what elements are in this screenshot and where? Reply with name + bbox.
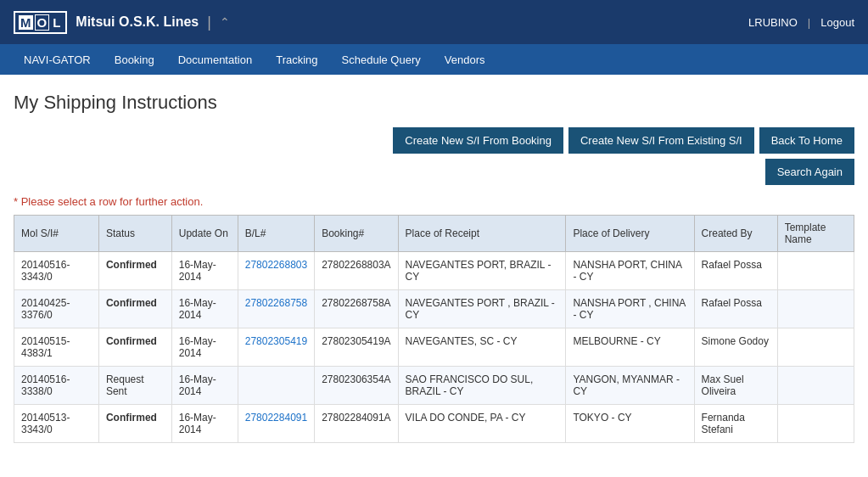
header-divider: |	[207, 14, 211, 31]
col-created-by: Created By	[694, 216, 777, 252]
nav-vendors[interactable]: Vendors	[434, 47, 496, 73]
bl-link[interactable]: 27802305419	[245, 335, 307, 347]
cell-created-by: Fernanda Stefani	[694, 405, 777, 443]
cell-created-by: Simone Godoy	[694, 328, 777, 367]
cell-place-delivery: TOKYO - CY	[566, 405, 694, 443]
cell-template-name	[777, 290, 854, 328]
col-mol-si: Mol S/I#	[14, 216, 99, 252]
nav-documentation[interactable]: Documentation	[168, 47, 262, 73]
col-update-on: Update On	[171, 216, 238, 252]
cell-template-name	[777, 405, 854, 443]
cell-update-on: 16-May-2014	[171, 328, 238, 367]
cell-created-by: Rafael Possa	[694, 290, 777, 328]
cell-mol-si: 20140513-3343/0	[14, 405, 99, 443]
table-body: 20140516-3343/0 Confirmed 16-May-2014 27…	[14, 252, 854, 443]
cell-created-by: Max Suel Oliveira	[694, 367, 777, 405]
cell-place-receipt: VILA DO CONDE, PA - CY	[398, 405, 566, 443]
back-to-home-button[interactable]: Back To Home	[759, 127, 854, 154]
username-link[interactable]: LRUBINO	[748, 16, 798, 29]
logo-o: O	[35, 14, 50, 31]
cell-place-delivery: NANSHA PORT , CHINA - CY	[566, 290, 694, 328]
col-place-delivery: Place of Delivery	[566, 216, 694, 252]
search-again-button[interactable]: Search Again	[765, 159, 854, 185]
table-header: Mol S/I# Status Update On B/L# Booking# …	[14, 216, 854, 252]
notice-text: * Please select a row for further action…	[14, 195, 854, 208]
cell-mol-si: 20140515-4383/1	[14, 328, 99, 367]
cell-mol-si: 20140516-3343/0	[14, 252, 99, 290]
cell-bl[interactable]: 27802305419	[238, 328, 314, 367]
cell-template-name	[777, 328, 854, 367]
create-from-booking-button[interactable]: Create New S/I From Booking	[393, 127, 563, 154]
cell-place-delivery: NANSHA PORT, CHINA - CY	[566, 252, 694, 290]
cell-bl[interactable]: 27802284091	[238, 405, 314, 443]
cell-place-delivery: MELBOURNE - CY	[566, 328, 694, 367]
cell-place-receipt: NAVEGANTES, SC - CY	[398, 328, 566, 367]
header-right: LRUBINO | Logout	[748, 16, 854, 29]
cell-status: Request Sent	[98, 367, 171, 405]
buttons-row-bottom: Search Again	[14, 159, 854, 185]
header: M O L Mitsui O.S.K. Lines | ⌃ LRUBINO | …	[0, 0, 868, 44]
cell-booking: 27802305419A	[315, 328, 398, 367]
cell-place-receipt: NAVEGANTES PORT , BRAZIL - CY	[398, 290, 566, 328]
header-right-divider: |	[808, 16, 810, 29]
mol-logo: M O L	[14, 11, 67, 34]
page-title: My Shipping Instructions	[14, 92, 854, 114]
cell-update-on: 16-May-2014	[171, 290, 238, 328]
table-row[interactable]: 20140516-3338/0 Request Sent 16-May-2014…	[14, 367, 854, 405]
col-place-receipt: Place of Receipt	[398, 216, 566, 252]
table-row[interactable]: 20140513-3343/0 Confirmed 16-May-2014 27…	[14, 405, 854, 443]
logo-m: M	[19, 15, 33, 30]
cell-mol-si: 20140425-3376/0	[14, 290, 99, 328]
header-left: M O L Mitsui O.S.K. Lines | ⌃	[14, 11, 230, 34]
bl-link[interactable]: 27802268758	[245, 297, 307, 309]
cell-status: Confirmed	[98, 405, 171, 443]
shipping-instructions-table: Mol S/I# Status Update On B/L# Booking# …	[14, 215, 854, 443]
cell-bl[interactable]: 27802268803	[238, 252, 314, 290]
cell-status: Confirmed	[98, 328, 171, 367]
col-template-name: Template Name	[777, 216, 854, 252]
header-arrow-icon: ⌃	[220, 15, 230, 29]
cell-bl	[238, 367, 314, 405]
cell-template-name	[777, 252, 854, 290]
cell-template-name	[777, 367, 854, 405]
cell-update-on: 16-May-2014	[171, 252, 238, 290]
table-row[interactable]: 20140425-3376/0 Confirmed 16-May-2014 27…	[14, 290, 854, 328]
cell-bl[interactable]: 27802268758	[238, 290, 314, 328]
nav-navi-gator[interactable]: NAVI-GATOR	[14, 47, 101, 73]
cell-booking: 27802306354A	[315, 367, 398, 405]
main-content: My Shipping Instructions Create New S/I …	[0, 75, 868, 460]
cell-status: Confirmed	[98, 290, 171, 328]
cell-update-on: 16-May-2014	[171, 367, 238, 405]
logout-link[interactable]: Logout	[820, 16, 854, 29]
create-from-existing-button[interactable]: Create New S/I From Existing S/I	[568, 127, 754, 154]
col-status: Status	[98, 216, 171, 252]
nav-booking[interactable]: Booking	[104, 47, 165, 73]
cell-created-by: Rafael Possa	[694, 252, 777, 290]
buttons-row-top: Create New S/I From Booking Create New S…	[14, 127, 854, 154]
company-name: Mitsui O.S.K. Lines	[76, 14, 199, 30]
cell-place-receipt: SAO FRANCISCO DO SUL, BRAZIL - CY	[398, 367, 566, 405]
cell-place-delivery: YANGON, MYANMAR - CY	[566, 367, 694, 405]
nav-tracking[interactable]: Tracking	[266, 47, 328, 73]
table-row[interactable]: 20140516-3343/0 Confirmed 16-May-2014 27…	[14, 252, 854, 290]
bl-link[interactable]: 27802268803	[245, 259, 307, 271]
cell-booking: 27802284091A	[315, 405, 398, 443]
col-booking: Booking#	[315, 216, 398, 252]
col-bl: B/L#	[238, 216, 314, 252]
cell-place-receipt: NAVEGANTES PORT, BRAZIL - CY	[398, 252, 566, 290]
cell-booking: 27802268803A	[315, 252, 398, 290]
cell-update-on: 16-May-2014	[171, 405, 238, 443]
nav-schedule-query[interactable]: Schedule Query	[332, 47, 431, 73]
table-row[interactable]: 20140515-4383/1 Confirmed 16-May-2014 27…	[14, 328, 854, 367]
nav-bar: NAVI-GATOR Booking Documentation Trackin…	[0, 44, 868, 75]
cell-booking: 27802268758A	[315, 290, 398, 328]
cell-status: Confirmed	[98, 252, 171, 290]
logo-l: L	[51, 15, 62, 30]
bl-link[interactable]: 27802284091	[245, 412, 307, 424]
cell-mol-si: 20140516-3338/0	[14, 367, 99, 405]
